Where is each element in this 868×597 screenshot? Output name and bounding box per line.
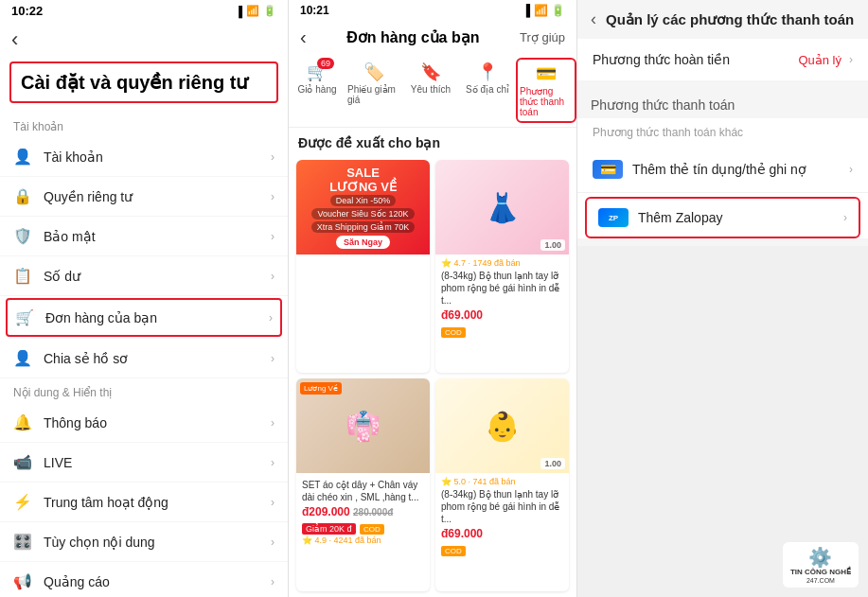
share-icon: 👤 (13, 349, 34, 367)
status-icons-2: ▐ 📶 🔋 (523, 4, 565, 17)
chevron-icon-2: › (271, 190, 275, 203)
tab-cart[interactable]: 🛒 69 Giỏ hàng (289, 58, 345, 123)
product-image-2: 👗 1.00 (435, 160, 569, 255)
panel3-content: Phương thức hoàn tiền Quản lý › Phương t… (577, 39, 868, 246)
menu-item-activity[interactable]: ⚡ Trung tâm hoạt động › (0, 483, 288, 522)
status-icons-1: ▐ 📶 🔋 (235, 5, 276, 17)
panel2-header: ‹ Đơn hàng của bạn Trợ giúp (289, 21, 576, 54)
account-label: Tài khoản (44, 149, 271, 165)
ads-label: Quảng cáo (44, 574, 271, 589)
back-button-1[interactable]: ‹ (11, 27, 18, 51)
chevron-icon-7: › (271, 416, 275, 430)
menu-item-share[interactable]: 👤 Chia sẻ hồ sơ › (0, 339, 288, 378)
panel-orders: 10:21 ▐ 📶 🔋 ‹ Đơn hàng của bạn Trợ giúp … (289, 0, 577, 597)
menu-item-content-prefs[interactable]: 🎛️ Tùy chọn nội dung › (0, 522, 288, 562)
menu-item-security[interactable]: 🛡️ Bảo mật › (0, 217, 288, 256)
product-image-3: 👘 Lương Về (296, 378, 430, 473)
battery-icon: 🔋 (263, 5, 276, 17)
product-name-3: SET áo cột dây + Chân váy dài chéo xin ,… (302, 479, 424, 503)
discount-3: Giảm 20K đ (302, 523, 356, 535)
add-zalopay-item[interactable]: ZP Thêm Zalopay › (585, 197, 860, 238)
tab-address[interactable]: 📍 Số địa chỉ (459, 58, 516, 123)
activity-label: Trung tâm hoạt động (44, 495, 271, 510)
cart-tab-label: Giỏ hàng (297, 84, 336, 95)
menu-item-notifications[interactable]: 🔔 Thông báo › (0, 403, 288, 443)
zalopay-chevron: › (843, 211, 847, 224)
tab-voucher[interactable]: 🏷️ Phiếu giảm giá (345, 58, 402, 123)
product-card-2[interactable]: 👗 1.00 ⭐ 4.7 · 1749 đã bán (8-34kg) Bộ t… (435, 160, 569, 373)
product-card-3[interactable]: 👘 Lương Về SET áo cột dây + Chân váy dài… (296, 378, 430, 591)
balance-label: Số dư (44, 269, 271, 284)
notifications-label: Thông báo (44, 415, 271, 430)
product-info-2: ⭐ 4.7 · 1749 đã bán (8-34kg) Bộ thun lạn… (435, 255, 569, 342)
activity-icon: ⚡ (13, 493, 34, 511)
account-section-label: Tài khoản (0, 113, 288, 137)
help-link[interactable]: Trợ giúp (520, 30, 565, 44)
cod-badge-3: COD (360, 524, 384, 535)
content-prefs-icon: 🎛️ (13, 533, 34, 551)
product-card-sale[interactable]: SALELƯƠNG VỀ Deal Xin -50% Voucher Siêu … (296, 160, 430, 373)
suggested-label: Được đề xuất cho bạn (289, 128, 576, 154)
security-label: Bảo mật (44, 229, 271, 244)
watermark-brand: TIN CÔNG NGHỀ (790, 569, 851, 577)
luong-ve-badge: Lương Về (300, 382, 342, 395)
card-chevron: › (849, 163, 853, 176)
refund-item[interactable]: Phương thức hoàn tiền Quản lý › (577, 39, 868, 80)
product-price-2: đ69.000 (441, 308, 563, 322)
back-button-2[interactable]: ‹ (300, 26, 307, 48)
add-card-item[interactable]: 💳 Thêm thẻ tín dụng/thẻ ghi nợ › (577, 147, 868, 193)
chevron-icon-5: › (269, 311, 273, 325)
watermark-sub: 247.COM (806, 577, 835, 584)
wishlist-tab-label: Yêu thích (411, 84, 451, 95)
privacy-icon: 🔒 (13, 187, 34, 205)
add-zalopay-label: Thêm Zalopay (638, 210, 843, 225)
panel3-header: ‹ Quản lý các phương thức thanh toán (577, 0, 868, 39)
add-card-label: Thêm thẻ tín dụng/thẻ ghi nợ (632, 162, 849, 177)
payment-tab-icon: 💳 (536, 63, 557, 84)
product-name-4: (8-34kg) Bộ thun lạnh tay lỡ phom rộng b… (441, 488, 563, 525)
battery-icon-2: 🔋 (551, 4, 565, 17)
wifi-icon-2: 📶 (534, 4, 548, 17)
orders-label: Đơn hàng của bạn (45, 310, 269, 325)
sale-tag-3: Xtra Shipping Giảm 70K (311, 221, 416, 233)
refund-label: Phương thức hoàn tiền (593, 52, 798, 67)
product-card-4[interactable]: 👶 1.00 ⭐ 5.0 · 741 đã bán (8-34kg) Bộ th… (435, 378, 569, 591)
top-nav-1: ‹ (0, 22, 288, 58)
menu-item-ads[interactable]: 📢 Quảng cáo › (0, 562, 288, 597)
menu-item-account[interactable]: 👤 Tài khoản › (0, 137, 288, 177)
share-label: Chia sẻ hồ sơ (44, 351, 271, 366)
menu-item-live[interactable]: 📹 LIVE › (0, 443, 288, 483)
product-image-4: 👶 1.00 (435, 378, 569, 473)
time-2: 10:21 (300, 4, 329, 17)
menu-item-balance[interactable]: 📋 Số dư › (0, 256, 288, 296)
tab-wishlist[interactable]: 🔖 Yêu thích (402, 58, 459, 123)
price-tag-2: 1.00 (540, 239, 565, 251)
payment-section-title: Phương thức thanh toán (577, 88, 868, 118)
menu-item-privacy[interactable]: 🔒 Quyền riêng tư › (0, 177, 288, 217)
zalopay-logo: ZP (598, 208, 629, 227)
address-tab-label: Số địa chỉ (466, 84, 509, 95)
balance-icon: 📋 (13, 267, 34, 285)
product-name-2: (8-34kg) Bộ thun lạnh tay lỡ phom rộng b… (441, 270, 563, 307)
chevron-icon-11: › (271, 575, 275, 588)
chevron-icon-3: › (271, 230, 275, 243)
product-info-3: SET áo cột dây + Chân váy dài chéo xin ,… (296, 473, 430, 549)
rating-2: ⭐ 4.7 · 1749 đã bán (441, 258, 563, 268)
chevron-icon-8: › (271, 456, 275, 469)
chevron-icon-6: › (271, 352, 275, 365)
notifications-icon: 🔔 (13, 413, 34, 431)
panel3-title: Quản lý các phương thức thanh toán (606, 11, 854, 28)
status-bar-2: 10:21 ▐ 📶 🔋 (289, 0, 576, 21)
privacy-label: Quyền riêng tư (44, 189, 271, 204)
ads-icon: 📢 (13, 572, 34, 590)
tab-payment[interactable]: 💳 Phương thức thanh toán (516, 58, 576, 123)
panel3-inner: ‹ Quản lý các phương thức thanh toán Phư… (577, 0, 868, 246)
menu-item-orders[interactable]: 🛒 Đơn hàng của bạn › (6, 298, 282, 337)
cod-badge-4: COD (441, 546, 466, 556)
chevron-icon: › (271, 150, 275, 164)
shop-now-button[interactable]: Săn Ngay (336, 236, 390, 249)
back-button-3[interactable]: ‹ (591, 9, 596, 29)
watermark: ⚙️ TIN CÔNG NGHỀ 247.COM (783, 542, 859, 588)
manage-link[interactable]: Quản lý (798, 53, 841, 67)
panel2-title: Đơn hàng của bạn (346, 28, 479, 46)
